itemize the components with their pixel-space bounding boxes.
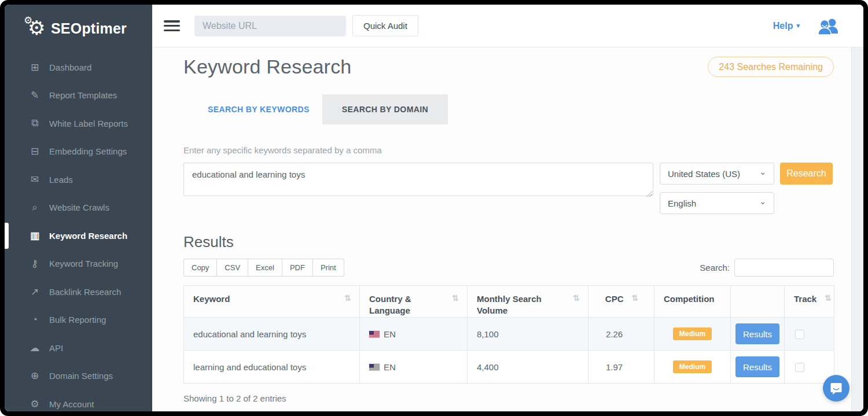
column-header-competition: Competition: [654, 286, 731, 318]
users-icon[interactable]: [817, 17, 839, 35]
sidebar-item-label: Leads: [49, 175, 73, 185]
pages-icon: ⧉: [28, 117, 42, 129]
seoptimer-logo[interactable]: ⚙⚙ SEOptimer: [5, 5, 152, 49]
research-button[interactable]: Research: [780, 163, 833, 185]
cloud-icon: ☁: [28, 342, 42, 354]
sidebar-item-report-templates[interactable]: ✎Report Templates: [5, 82, 152, 110]
us-flag-icon: [369, 364, 380, 371]
search-mode-tabs: SEARCH BY KEYWORDSSEARCH BY DOMAIN: [197, 94, 834, 124]
results-table: Keyword⇅Country & Language⇅Monthly Searc…: [183, 285, 834, 384]
column-header-monthly-search-volume[interactable]: Monthly Search Volume⇅: [468, 286, 589, 318]
sort-icon[interactable]: ⇅: [628, 293, 638, 303]
embed-window-icon: ⊟: [28, 145, 42, 157]
tab-search-by-keywords[interactable]: SEARCH BY KEYWORDS: [197, 94, 320, 124]
vertical-scrollbar[interactable]: [851, 47, 863, 411]
us-flag-icon: [369, 331, 380, 338]
track-checkbox[interactable]: [795, 363, 804, 372]
country-select[interactable]: United States (US) ⌄: [660, 163, 774, 185]
language-select[interactable]: English ⌄: [660, 192, 774, 214]
sidebar-item-label: Keyword Tracking: [49, 259, 118, 268]
cell-cpc: 1.97: [589, 351, 654, 384]
main-area: Quick Audit Help ▾: [152, 5, 863, 411]
table-row: learning and educational toysEN4,4001.97…: [184, 351, 834, 384]
export-csv-button[interactable]: CSV: [217, 259, 248, 277]
logo-text: SEOptimer: [51, 20, 127, 37]
keywords-input-wrapper: educational and learning toys: [183, 163, 653, 198]
sidebar-item-website-crawls[interactable]: ⌕Website Crawls: [5, 194, 152, 222]
help-dropdown[interactable]: Help ▾: [773, 21, 800, 31]
row-results-button[interactable]: Results: [735, 323, 779, 344]
sidebar-item-label: Keyword Research: [49, 231, 127, 241]
cell-competition: Medium: [654, 351, 731, 384]
language-code: EN: [384, 362, 396, 372]
sidebar-item-white-label-reports[interactable]: ⧉White Label Reports: [5, 109, 152, 138]
sidebar-item-label: My Account: [49, 399, 94, 409]
export-pdf-button[interactable]: PDF: [282, 259, 313, 277]
sidebar-item-label: Embedding Settings: [49, 146, 127, 156]
export-copy-button[interactable]: Copy: [183, 259, 217, 277]
sidebar-item-embedding-settings[interactable]: ⊟Embedding Settings: [5, 138, 152, 166]
cell-country-language: EN: [360, 351, 468, 384]
sort-icon[interactable]: ⇅: [821, 293, 832, 303]
language-code: EN: [384, 329, 396, 339]
sort-icon[interactable]: ⇅: [448, 293, 459, 303]
sidebar-item-my-account[interactable]: ⚙My Account: [5, 390, 152, 411]
app-window: ⚙⚙ SEOptimer ⊞Dashboard✎Report Templates…: [5, 5, 863, 411]
keywords-input[interactable]: educational and learning toys: [183, 163, 653, 196]
page-header: Keyword Research 243 Searches Remaining: [183, 56, 834, 78]
sidebar-item-domain-settings[interactable]: ⊕Domain Settings: [5, 362, 152, 391]
hamburger-menu-icon[interactable]: [164, 20, 180, 31]
sidebar-item-label: Dashboard: [49, 62, 91, 72]
chevron-down-icon: ▾: [796, 22, 800, 30]
quick-audit-button[interactable]: Quick Audit: [352, 15, 418, 36]
sort-icon[interactable]: ⇅: [569, 293, 580, 303]
sidebar-item-dashboard[interactable]: ⊞Dashboard: [5, 53, 152, 82]
external-link-icon: ↗: [28, 286, 42, 298]
column-header-track[interactable]: Track⇅: [785, 286, 834, 318]
column-header-cpc[interactable]: CPC⇅: [589, 286, 654, 318]
export-button-group: CopyCSVExcelPDFPrint: [183, 259, 344, 277]
language-select-value: English: [668, 198, 696, 208]
cell-country-language: EN: [360, 318, 468, 351]
export-excel-button[interactable]: Excel: [248, 259, 282, 277]
competition-badge: Medium: [673, 360, 712, 373]
cell-cpc: 2.26: [589, 318, 654, 351]
magnifier-icon: ⌕: [28, 202, 42, 213]
tab-search-by-domain[interactable]: SEARCH BY DOMAIN: [322, 94, 448, 124]
cell-track: [785, 318, 834, 351]
sidebar-item-keyword-tracking[interactable]: ⚷Keyword Tracking: [5, 250, 152, 278]
sort-icon[interactable]: ⇅: [341, 293, 351, 303]
column-header-actions: [731, 286, 785, 318]
sidebar-item-keyword-research[interactable]: ▥Keyword Research: [5, 222, 152, 250]
sidebar-item-backlink-research[interactable]: ↗Backlink Research: [5, 278, 152, 306]
sidebar-item-leads[interactable]: ✉Leads: [5, 165, 152, 194]
column-header-keyword[interactable]: Keyword⇅: [184, 286, 360, 318]
table-row: educational and learning toysEN8,1002.26…: [184, 318, 834, 351]
sidebar-item-api[interactable]: ☁API: [5, 334, 152, 362]
table-header-row: Keyword⇅Country & Language⇅Monthly Searc…: [184, 286, 834, 318]
seoptimer-gear-logo-icon: ⚙⚙: [25, 16, 51, 41]
help-label: Help: [773, 21, 793, 31]
gauge-icon: ◔: [28, 314, 42, 326]
sidebar-item-bulk-reporting[interactable]: ◔Bulk Reporting: [5, 306, 152, 334]
row-results-button[interactable]: Results: [735, 356, 779, 377]
competition-badge: Medium: [673, 327, 712, 340]
sidebar-item-label: Bulk Reporting: [49, 315, 106, 325]
table-search-input[interactable]: [734, 259, 834, 277]
column-label: Track: [794, 293, 816, 305]
results-toolbar: CopyCSVExcelPDFPrint Search:: [183, 259, 834, 277]
chat-bubble-icon: [829, 381, 843, 395]
cell-actions: Results: [731, 318, 785, 351]
cell-keyword: learning and educational toys: [184, 351, 360, 384]
export-print-button[interactable]: Print: [313, 259, 344, 277]
cell-competition: Medium: [654, 318, 731, 351]
form-side-controls: United States (US) ⌄ Research English ⌄: [660, 163, 833, 214]
sidebar-item-label: White Label Reports: [49, 119, 128, 128]
topbar: Quick Audit Help ▾: [152, 5, 863, 47]
searches-remaining-badge: 243 Searches Remaining: [708, 57, 834, 77]
track-checkbox[interactable]: [795, 330, 804, 339]
column-header-country-language[interactable]: Country & Language⇅: [360, 286, 468, 318]
chat-launcher-button[interactable]: [823, 375, 849, 402]
website-url-input[interactable]: [194, 16, 346, 36]
sidebar-item-label: Domain Settings: [49, 371, 113, 381]
